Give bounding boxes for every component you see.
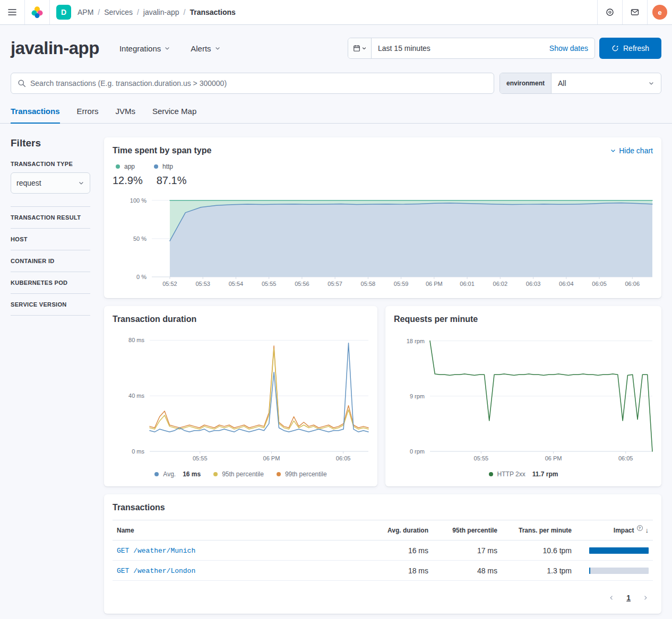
http-percentage: 87.1%: [157, 175, 187, 187]
filter-host[interactable]: HOST: [11, 228, 90, 250]
avg-duration-value: 16 ms: [372, 540, 433, 561]
search-row: environment All: [0, 73, 672, 94]
rpm-title: Requests per minute: [394, 315, 653, 324]
date-picker: Last 15 minutes Show dates: [348, 38, 595, 59]
p99-legend-dot: [277, 472, 281, 476]
filters-sidebar: Filters TRANSACTION TYPE request TRANSAC…: [11, 137, 90, 316]
legend-p95[interactable]: 95th percentile: [213, 470, 264, 478]
environment-filter: environment All: [499, 73, 661, 94]
x-axis-label: 05:56: [284, 281, 320, 287]
service-tabs: Transactions Errors JVMs Service Map: [0, 107, 672, 124]
integrations-menu[interactable]: Integrations: [119, 44, 170, 53]
x-axis-label: 05:54: [218, 281, 254, 287]
x-axis-label: 05:57: [317, 281, 353, 287]
duration-chart[interactable]: 80 ms40 ms0 ms05:5506 PM06:05: [113, 332, 369, 464]
breadcrumb-service-name[interactable]: javalin-app: [143, 8, 179, 16]
tab-jvms[interactable]: JVMs: [115, 107, 135, 124]
tab-service-map[interactable]: Service Map: [152, 107, 196, 124]
breadcrumb-separator: /: [137, 8, 139, 16]
column-header-name[interactable]: Name: [113, 520, 372, 540]
legend-p99[interactable]: 99th percentile: [277, 470, 327, 478]
page-number-1[interactable]: 1: [622, 594, 635, 602]
requests-per-minute-card: Requests per minute 18 rpm9 rpm0 rpm05:5…: [385, 306, 661, 486]
legend-app[interactable]: app: [116, 163, 135, 170]
p95-legend-dot: [213, 472, 218, 476]
chevron-down-icon: [214, 45, 221, 51]
hide-chart-link[interactable]: Hide chart: [610, 146, 653, 155]
p95-legend-label: 95th percentile: [222, 470, 264, 478]
transaction-link-munich[interactable]: GET /weather/Munich: [117, 547, 195, 555]
x-axis-label: 06:02: [482, 281, 518, 287]
menu-button[interactable]: [0, 0, 24, 24]
span-type-canvas: [113, 194, 653, 290]
tpm-value: 1.3 tpm: [502, 561, 576, 581]
quick-select-button[interactable]: [348, 38, 372, 58]
y-axis-label: 50 %: [113, 235, 147, 242]
column-header-95th[interactable]: 95th percentile: [433, 520, 502, 540]
http-legend-dot: [154, 164, 158, 169]
alerts-menu[interactable]: Alerts: [191, 44, 220, 53]
breadcrumb-services[interactable]: Services: [104, 8, 133, 16]
x-axis-label: 05:55: [463, 455, 499, 461]
refresh-icon: [611, 45, 619, 52]
chevron-down-icon: [610, 147, 616, 154]
transaction-type-select[interactable]: request: [11, 172, 90, 194]
user-menu-button[interactable]: e: [648, 0, 672, 24]
filter-container-id[interactable]: CONTAINER ID: [11, 250, 90, 272]
x-axis-label: 05:58: [350, 281, 386, 287]
service-header: javalin-app Integrations Alerts Last 15 …: [0, 25, 672, 59]
column-header-impact[interactable]: Impact ? ↓: [576, 520, 653, 540]
charts-row: Transaction duration 80 ms40 ms0 ms05:55…: [104, 306, 661, 486]
legend-http[interactable]: http: [154, 163, 173, 170]
notifications-button[interactable]: [623, 0, 647, 24]
x-axis-label: 06:05: [325, 455, 361, 461]
y-axis-label: 80 ms: [113, 336, 144, 344]
http-2xx-legend-dot: [489, 472, 493, 476]
table-row: GET /weather/London 18 ms 48 ms 1.3 tpm: [113, 561, 653, 581]
filter-service-version[interactable]: SERVICE VERSION: [11, 293, 90, 316]
help-button[interactable]: [598, 0, 622, 24]
app-legend-label: app: [124, 163, 135, 170]
column-header-tpm[interactable]: Trans. per minute: [502, 520, 576, 540]
x-axis-label: 05:53: [185, 281, 221, 287]
previous-page-button[interactable]: [604, 590, 619, 605]
filter-kubernetes-pod[interactable]: KUBERNETES POD: [11, 272, 90, 293]
space-badge[interactable]: D: [56, 5, 71, 20]
elastic-logo[interactable]: [25, 0, 49, 24]
p95-value: 17 ms: [433, 540, 502, 561]
span-type-chart[interactable]: 100 %50 %0 %05:5205:5305:5405:5505:5605:…: [113, 194, 653, 290]
y-axis-label: 9 rpm: [394, 393, 425, 400]
rpm-legend: HTTP 2xx 11.7 rpm: [394, 470, 653, 478]
tpm-value: 10.6 tpm: [502, 540, 576, 561]
y-axis-label: 100 %: [113, 197, 147, 204]
impact-help-icon[interactable]: ?: [637, 525, 643, 531]
show-dates-link[interactable]: Show dates: [549, 44, 588, 53]
legend-http-2xx[interactable]: HTTP 2xx 11.7 rpm: [489, 470, 558, 478]
span-type-title: Time spent by span type: [113, 146, 211, 155]
hide-chart-label: Hide chart: [619, 146, 653, 155]
y-axis-label: 18 rpm: [394, 337, 425, 345]
transaction-link-london[interactable]: GET /weather/London: [117, 567, 195, 575]
date-range-button[interactable]: Last 15 minutes Show dates: [372, 38, 595, 58]
environment-select[interactable]: All: [552, 73, 661, 93]
tab-transactions[interactable]: Transactions: [11, 107, 60, 124]
x-axis-label: 06:05: [581, 281, 617, 287]
refresh-button[interactable]: Refresh: [599, 38, 661, 59]
chevron-down-icon: [361, 46, 367, 51]
http-2xx-legend-label: HTTP 2xx: [497, 470, 525, 478]
breadcrumb-apm[interactable]: APM: [77, 8, 93, 16]
rpm-chart[interactable]: 18 rpm9 rpm0 rpm05:5506 PM06:05: [394, 332, 653, 464]
search-input[interactable]: [30, 79, 487, 88]
next-page-button[interactable]: [638, 590, 653, 605]
tab-errors[interactable]: Errors: [77, 107, 99, 124]
x-axis-label: 06:04: [548, 281, 584, 287]
column-header-avg-duration[interactable]: Avg. duration: [372, 520, 433, 540]
filter-transaction-result[interactable]: TRANSACTION RESULT: [11, 206, 90, 228]
chevron-left-icon: [608, 595, 615, 601]
legend-avg[interactable]: Avg. 16 ms: [154, 470, 201, 478]
breadcrumb-separator: /: [98, 8, 100, 16]
app-legend-dot: [116, 164, 120, 169]
x-axis-label: 06:05: [608, 455, 644, 461]
p99-legend-label: 99th percentile: [285, 470, 327, 478]
y-axis-label: 0 %: [113, 273, 147, 281]
